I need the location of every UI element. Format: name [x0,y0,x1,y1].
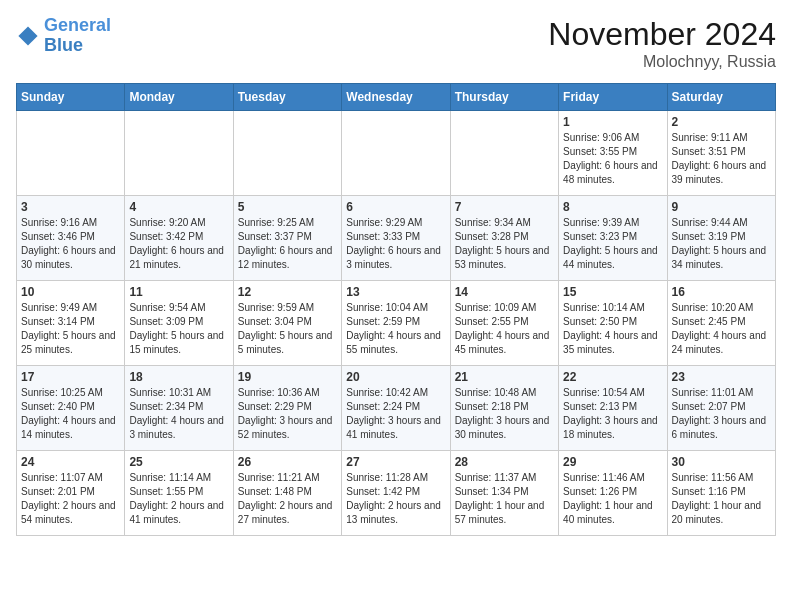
day-number: 1 [563,115,662,129]
calendar-cell: 7Sunrise: 9:34 AM Sunset: 3:28 PM Daylig… [450,196,558,281]
calendar-cell: 20Sunrise: 10:42 AM Sunset: 2:24 PM Dayl… [342,366,450,451]
day-info: Sunrise: 9:25 AM Sunset: 3:37 PM Dayligh… [238,216,337,272]
day-number: 25 [129,455,228,469]
calendar-header-row: SundayMondayTuesdayWednesdayThursdayFrid… [17,84,776,111]
svg-marker-0 [18,26,37,45]
day-info: Sunrise: 11:28 AM Sunset: 1:42 PM Daylig… [346,471,445,527]
day-number: 17 [21,370,120,384]
day-info: Sunrise: 10:31 AM Sunset: 2:34 PM Daylig… [129,386,228,442]
day-of-week-header: Sunday [17,84,125,111]
calendar-cell: 19Sunrise: 10:36 AM Sunset: 2:29 PM Dayl… [233,366,341,451]
day-of-week-header: Tuesday [233,84,341,111]
day-number: 23 [672,370,771,384]
calendar-cell [342,111,450,196]
day-number: 19 [238,370,337,384]
day-info: Sunrise: 10:36 AM Sunset: 2:29 PM Daylig… [238,386,337,442]
day-of-week-header: Wednesday [342,84,450,111]
day-number: 2 [672,115,771,129]
day-of-week-header: Thursday [450,84,558,111]
day-info: Sunrise: 10:25 AM Sunset: 2:40 PM Daylig… [21,386,120,442]
calendar-cell: 24Sunrise: 11:07 AM Sunset: 2:01 PM Dayl… [17,451,125,536]
calendar-cell: 16Sunrise: 10:20 AM Sunset: 2:45 PM Dayl… [667,281,775,366]
day-of-week-header: Friday [559,84,667,111]
calendar-cell: 23Sunrise: 11:01 AM Sunset: 2:07 PM Dayl… [667,366,775,451]
calendar-cell: 4Sunrise: 9:20 AM Sunset: 3:42 PM Daylig… [125,196,233,281]
logo-icon [16,24,40,48]
calendar-cell: 13Sunrise: 10:04 AM Sunset: 2:59 PM Dayl… [342,281,450,366]
calendar-cell: 9Sunrise: 9:44 AM Sunset: 3:19 PM Daylig… [667,196,775,281]
month-title: November 2024 [548,16,776,53]
calendar-cell: 30Sunrise: 11:56 AM Sunset: 1:16 PM Dayl… [667,451,775,536]
calendar-week-row: 1Sunrise: 9:06 AM Sunset: 3:55 PM Daylig… [17,111,776,196]
day-info: Sunrise: 11:01 AM Sunset: 2:07 PM Daylig… [672,386,771,442]
day-info: Sunrise: 9:06 AM Sunset: 3:55 PM Dayligh… [563,131,662,187]
calendar-cell: 6Sunrise: 9:29 AM Sunset: 3:33 PM Daylig… [342,196,450,281]
calendar-cell: 22Sunrise: 10:54 AM Sunset: 2:13 PM Dayl… [559,366,667,451]
calendar-week-row: 17Sunrise: 10:25 AM Sunset: 2:40 PM Dayl… [17,366,776,451]
day-number: 16 [672,285,771,299]
day-number: 3 [21,200,120,214]
day-number: 8 [563,200,662,214]
calendar-cell: 15Sunrise: 10:14 AM Sunset: 2:50 PM Dayl… [559,281,667,366]
calendar-week-row: 3Sunrise: 9:16 AM Sunset: 3:46 PM Daylig… [17,196,776,281]
day-number: 18 [129,370,228,384]
day-number: 4 [129,200,228,214]
day-number: 30 [672,455,771,469]
day-number: 27 [346,455,445,469]
day-info: Sunrise: 10:48 AM Sunset: 2:18 PM Daylig… [455,386,554,442]
day-of-week-header: Monday [125,84,233,111]
day-info: Sunrise: 10:04 AM Sunset: 2:59 PM Daylig… [346,301,445,357]
day-number: 13 [346,285,445,299]
day-info: Sunrise: 11:07 AM Sunset: 2:01 PM Daylig… [21,471,120,527]
calendar-table: SundayMondayTuesdayWednesdayThursdayFrid… [16,83,776,536]
day-number: 20 [346,370,445,384]
day-info: Sunrise: 9:39 AM Sunset: 3:23 PM Dayligh… [563,216,662,272]
calendar-cell: 27Sunrise: 11:28 AM Sunset: 1:42 PM Dayl… [342,451,450,536]
day-info: Sunrise: 9:49 AM Sunset: 3:14 PM Dayligh… [21,301,120,357]
calendar-cell: 26Sunrise: 11:21 AM Sunset: 1:48 PM Dayl… [233,451,341,536]
day-info: Sunrise: 9:11 AM Sunset: 3:51 PM Dayligh… [672,131,771,187]
day-info: Sunrise: 9:44 AM Sunset: 3:19 PM Dayligh… [672,216,771,272]
calendar-cell [450,111,558,196]
calendar-cell: 8Sunrise: 9:39 AM Sunset: 3:23 PM Daylig… [559,196,667,281]
day-info: Sunrise: 10:20 AM Sunset: 2:45 PM Daylig… [672,301,771,357]
logo-text: General Blue [44,16,111,56]
day-info: Sunrise: 11:21 AM Sunset: 1:48 PM Daylig… [238,471,337,527]
day-number: 21 [455,370,554,384]
day-number: 7 [455,200,554,214]
day-info: Sunrise: 9:59 AM Sunset: 3:04 PM Dayligh… [238,301,337,357]
calendar-cell: 12Sunrise: 9:59 AM Sunset: 3:04 PM Dayli… [233,281,341,366]
day-info: Sunrise: 9:34 AM Sunset: 3:28 PM Dayligh… [455,216,554,272]
day-info: Sunrise: 9:16 AM Sunset: 3:46 PM Dayligh… [21,216,120,272]
day-info: Sunrise: 11:46 AM Sunset: 1:26 PM Daylig… [563,471,662,527]
day-number: 26 [238,455,337,469]
day-number: 15 [563,285,662,299]
day-info: Sunrise: 10:14 AM Sunset: 2:50 PM Daylig… [563,301,662,357]
day-number: 24 [21,455,120,469]
calendar-cell: 28Sunrise: 11:37 AM Sunset: 1:34 PM Dayl… [450,451,558,536]
day-number: 9 [672,200,771,214]
calendar-week-row: 10Sunrise: 9:49 AM Sunset: 3:14 PM Dayli… [17,281,776,366]
day-of-week-header: Saturday [667,84,775,111]
day-info: Sunrise: 10:09 AM Sunset: 2:55 PM Daylig… [455,301,554,357]
day-number: 5 [238,200,337,214]
day-number: 28 [455,455,554,469]
calendar-cell [233,111,341,196]
calendar-cell: 25Sunrise: 11:14 AM Sunset: 1:55 PM Dayl… [125,451,233,536]
calendar-week-row: 24Sunrise: 11:07 AM Sunset: 2:01 PM Dayl… [17,451,776,536]
day-info: Sunrise: 9:20 AM Sunset: 3:42 PM Dayligh… [129,216,228,272]
day-info: Sunrise: 9:29 AM Sunset: 3:33 PM Dayligh… [346,216,445,272]
logo: General Blue [16,16,111,56]
calendar-cell: 21Sunrise: 10:48 AM Sunset: 2:18 PM Dayl… [450,366,558,451]
calendar-cell: 11Sunrise: 9:54 AM Sunset: 3:09 PM Dayli… [125,281,233,366]
title-block: November 2024 Molochnyy, Russia [548,16,776,71]
calendar-cell: 14Sunrise: 10:09 AM Sunset: 2:55 PM Dayl… [450,281,558,366]
day-number: 11 [129,285,228,299]
calendar-cell: 1Sunrise: 9:06 AM Sunset: 3:55 PM Daylig… [559,111,667,196]
calendar-cell: 10Sunrise: 9:49 AM Sunset: 3:14 PM Dayli… [17,281,125,366]
page-header: General Blue November 2024 Molochnyy, Ru… [16,16,776,71]
calendar-cell: 18Sunrise: 10:31 AM Sunset: 2:34 PM Dayl… [125,366,233,451]
calendar-cell [125,111,233,196]
day-number: 12 [238,285,337,299]
calendar-cell: 2Sunrise: 9:11 AM Sunset: 3:51 PM Daylig… [667,111,775,196]
